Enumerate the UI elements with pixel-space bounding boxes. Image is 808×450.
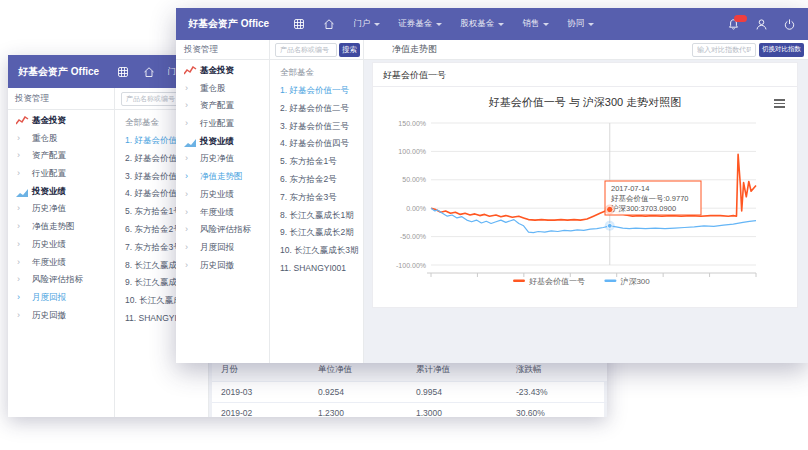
sidebar-menu-item[interactable]: › 历史回撤 [176, 257, 269, 275]
compare-index-input[interactable] [692, 43, 756, 57]
app-title: 好基会资产 Office [18, 65, 99, 79]
search-button[interactable]: 搜索 [339, 43, 360, 57]
fund-list-item[interactable]: 10. 长江久赢成长3期 [270, 242, 363, 260]
nav-item-label: 股权基金 [460, 18, 494, 30]
sidebar-menu-item[interactable]: › 月度回报 [176, 239, 269, 257]
sidebar-menu-item[interactable]: › 重仓股 [176, 80, 269, 98]
top-nav: 门户 证券基金 股权基金 销售 [293, 18, 594, 30]
chevron-down-icon [374, 23, 380, 29]
sidebar-menu-item[interactable]: › 年度业绩 [8, 254, 114, 272]
power-icon[interactable] [783, 18, 796, 31]
apps-grid-icon[interactable] [117, 66, 129, 78]
sidebar-menu-item-label: 历史业绩 [200, 189, 234, 199]
front-fund-list: 全部基金 1. 好基会价值一号 2. 好基会价值二号 3. 好基会价值三号 [270, 60, 364, 363]
sidebar-menu-item-label: 净值走势图 [32, 221, 75, 231]
chevron-right-icon: › [17, 130, 20, 148]
apps-grid-icon[interactable] [293, 18, 305, 30]
chevron-down-icon [588, 23, 594, 29]
fund-list-item[interactable]: 11. SHANGYI001 [270, 260, 363, 278]
home-icon[interactable] [143, 66, 155, 78]
trend-comparison-chart[interactable]: 好基会价值一号 与 沪深300 走势对照图150.00%100.00%50.00… [373, 87, 797, 307]
fund-list-item[interactable]: 4. 好基会价值四号 [270, 135, 363, 153]
switch-compare-index-button[interactable]: 切换对比指数 [759, 43, 804, 57]
sidebar-menu-item[interactable]: › 历史净值 [176, 150, 269, 168]
table-row[interactable]: 2019-02 1.2300 1.3000 30.60% [212, 402, 607, 417]
trend-line-icon [184, 66, 197, 76]
sidebar-menu-item[interactable]: › 净值走势图 [8, 218, 114, 236]
fund-name: 4. 好基会价值四号 [280, 138, 349, 148]
area-chart-icon [184, 137, 197, 147]
nav-item[interactable]: 门户 [353, 18, 380, 30]
fund-name: 8. 长江久赢成长1期 [280, 210, 354, 220]
sidebar-menu-item[interactable]: › 历史业绩 [176, 186, 269, 204]
sidebar-menu-item[interactable]: › 历史回撤 [8, 307, 114, 325]
nav-item[interactable]: 证券基金 [398, 18, 442, 30]
cell-cumulative-nav: 0.9954 [407, 381, 507, 402]
sidebar-menu-item[interactable]: › 投资业绩 [176, 133, 269, 151]
fund-list-item[interactable]: 9. 长江久赢成长2期 [270, 224, 363, 242]
sidebar-menu-item-label: 历史回撤 [200, 260, 234, 270]
sidebar-menu-item-label: 基金投资 [200, 65, 234, 75]
svg-text:沪深300:3703.0900: 沪深300:3703.0900 [611, 204, 676, 213]
nav-item[interactable]: 股权基金 [460, 18, 504, 30]
search-input[interactable] [275, 43, 337, 57]
fund-list-item[interactable]: 6. 东方拾金2号 [270, 171, 363, 189]
cell-month: 2019-02 [212, 402, 309, 417]
user-icon[interactable] [755, 18, 768, 31]
sidebar-menu-item[interactable]: › 历史业绩 [8, 236, 114, 254]
table-row[interactable]: 2019-03 0.9254 0.9954 -23.43% [212, 381, 607, 402]
sidebar-menu-item-label: 基金投资 [32, 115, 66, 125]
fund-list-item[interactable]: 2. 好基会价值二号 [270, 100, 363, 118]
chart-card-title: 好基会价值一号 [373, 63, 797, 87]
sidebar-menu-item-label: 资产配置 [200, 100, 234, 110]
sidebar-menu-item[interactable]: › 月度回报 [8, 289, 114, 307]
svg-text:150.00%: 150.00% [398, 120, 426, 127]
home-icon[interactable] [323, 18, 335, 30]
sidebar-menu-item[interactable]: › 净值走势图 [176, 168, 269, 186]
fund-name: 2. 好基会价值二号 [280, 103, 349, 113]
fund-list-item[interactable]: 8. 长江久赢成长1期 [270, 207, 363, 225]
nav-item[interactable]: 销售 [522, 18, 549, 30]
sidebar-menu-item[interactable]: › 重仓股 [8, 130, 114, 148]
sidebar-menu-item[interactable]: › 投资业绩 [8, 183, 114, 201]
cell-unit-nav: 1.2300 [309, 402, 407, 417]
nav-item-label: 销售 [522, 18, 539, 30]
table-header-cell: 月份 [212, 360, 309, 381]
cell-unit-nav: 0.9254 [309, 381, 407, 402]
sidebar-menu-item[interactable]: › 历史净值 [8, 200, 114, 218]
sidebar-menu-item[interactable]: › 风险评估指标 [176, 221, 269, 239]
table-header-cell: 涨跌幅 [507, 360, 607, 381]
bell-icon[interactable] [727, 18, 740, 31]
sidebar-menu-item[interactable]: › 基金投资 [176, 62, 269, 80]
sidebar-menu-item-label: 投资业绩 [32, 186, 66, 196]
fund-list-item[interactable]: 7. 东方拾金3号 [270, 189, 363, 207]
section-title: 投资管理 [184, 44, 218, 56]
sidebar-menu-item-label: 历史净值 [32, 203, 66, 213]
sidebar-menu-item-label: 历史净值 [200, 153, 234, 163]
monthly-return-table: 月份单位净值累计净值涨跌幅 2019-03 0.9254 0.9954 -23.… [212, 360, 607, 417]
sidebar-menu-item-label: 历史回撤 [32, 310, 66, 320]
chevron-down-icon [498, 23, 504, 29]
fund-list-item[interactable]: 3. 好基会价值三号 [270, 118, 363, 136]
page-title: 净值走势图 [392, 43, 437, 56]
fund-list-item[interactable]: 1. 好基会价值一号 [270, 82, 363, 100]
sidebar-menu-item[interactable]: › 资产配置 [8, 147, 114, 165]
fund-list-item[interactable]: 5. 东方拾金1号 [270, 153, 363, 171]
sidebar-menu-item[interactable]: › 行业配置 [8, 165, 114, 183]
table-header-row: 月份单位净值累计净值涨跌幅 [212, 360, 607, 381]
fund-list-header: 全部基金 [270, 60, 363, 82]
sidebar-menu-item[interactable]: › 行业配置 [176, 115, 269, 133]
sidebar-menu-item-label: 风险评估指标 [32, 274, 83, 284]
fund-name: 3. 好基会价值三号 [280, 121, 349, 131]
svg-text:-50.00%: -50.00% [400, 233, 426, 240]
sidebar-menu-item[interactable]: › 资产配置 [176, 97, 269, 115]
nav-item[interactable]: 协同 [567, 18, 594, 30]
sidebar-menu-item[interactable]: › 年度业绩 [176, 204, 269, 222]
cell-change-pct: -23.43% [507, 381, 607, 402]
sidebar-menu-item[interactable]: › 风险评估指标 [8, 271, 114, 289]
fund-name: 1. 好基会价值一号 [280, 85, 349, 95]
sidebar-menu-item[interactable]: › 基金投资 [8, 112, 114, 130]
chart-menu-icon[interactable] [774, 99, 785, 110]
svg-text:0.00%: 0.00% [406, 205, 426, 212]
sidebar-menu-item-label: 月度回报 [32, 292, 66, 302]
